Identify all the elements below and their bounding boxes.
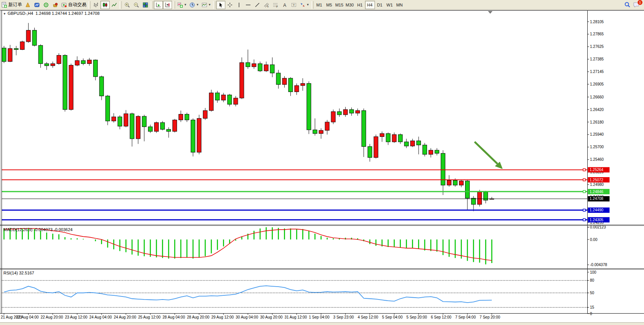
text-button[interactable]: A bbox=[280, 1, 289, 9]
market-watch-button[interactable] bbox=[23, 1, 32, 9]
vline-icon bbox=[236, 2, 242, 8]
vertical-line-button[interactable] bbox=[234, 1, 244, 9]
resistance-1-handle[interactable] bbox=[583, 169, 585, 171]
price-tick-label: 1.26420 bbox=[590, 108, 604, 112]
candle bbox=[295, 86, 299, 92]
toolbar-separator bbox=[173, 1, 175, 9]
support-blue-2-price-tag-label: 1.24305 bbox=[590, 218, 604, 222]
horizontal-line-button[interactable] bbox=[244, 1, 253, 9]
time-tick-label: 22 Aug 20:00 bbox=[41, 315, 63, 319]
chevron-down-icon[interactable]: ▼ bbox=[196, 3, 199, 6]
candle bbox=[240, 63, 244, 98]
cursor-button[interactable] bbox=[216, 1, 225, 9]
candle bbox=[404, 142, 408, 146]
chart-dropdown-icon[interactable]: ▼ bbox=[3, 12, 6, 16]
indicators-icon bbox=[177, 2, 183, 8]
timeframe-button-tf-w1[interactable]: W1 bbox=[385, 1, 395, 9]
time-tick-label: 29 Aug 12:00 bbox=[211, 315, 234, 319]
candle bbox=[14, 49, 18, 50]
candle bbox=[112, 117, 116, 121]
candle bbox=[81, 60, 85, 63]
timeframe-button-tf-m5[interactable]: M5 bbox=[324, 1, 334, 9]
candle bbox=[197, 118, 201, 152]
time-tick-label: 7 Sep 04:00 bbox=[455, 315, 476, 319]
notifications-button[interactable]: 1 bbox=[632, 1, 641, 9]
chart-window[interactable]: 1.281051.278651.276251.273851.271451.269… bbox=[0, 10, 644, 325]
price-tick-label: 1.28105 bbox=[590, 20, 604, 24]
periods-button[interactable]: ▼ bbox=[188, 1, 200, 9]
toolbar-separator bbox=[311, 1, 314, 9]
candle bbox=[20, 42, 24, 50]
data-window-icon bbox=[34, 2, 40, 8]
support-blue-1-handle[interactable] bbox=[583, 209, 585, 211]
new-order-button[interactable]: 新订单 bbox=[0, 1, 23, 9]
timeframe-button-tf-d1[interactable]: D1 bbox=[375, 1, 385, 9]
search-button[interactable] bbox=[623, 1, 632, 9]
equidistant-channel-button[interactable]: E bbox=[262, 1, 271, 9]
text-label-button[interactable]: T bbox=[289, 1, 298, 9]
new-order-icon bbox=[1, 2, 7, 8]
bar-chart-button[interactable] bbox=[91, 1, 100, 9]
timeframe-button-tf-m1[interactable]: M1 bbox=[314, 1, 324, 9]
terminal-icon bbox=[52, 2, 58, 8]
crosshair-button[interactable] bbox=[225, 1, 234, 9]
macd-axis-label: 0.00 bbox=[590, 238, 598, 242]
candle bbox=[362, 111, 366, 147]
terminal-button[interactable] bbox=[51, 1, 60, 9]
toolbar-group-timeframes: M1M5M15M30H1H4D1W1MN bbox=[314, 0, 405, 10]
autotrading-button[interactable]: 自动交易 bbox=[60, 1, 88, 9]
line-chart-button[interactable] bbox=[110, 1, 119, 9]
tile-windows-icon bbox=[142, 2, 148, 8]
arrows-button[interactable]: ▼ bbox=[298, 1, 311, 9]
candle bbox=[289, 78, 293, 92]
candle bbox=[307, 84, 311, 130]
zoom-in-button[interactable] bbox=[123, 1, 132, 9]
candle bbox=[93, 60, 97, 77]
timeframe-button-tf-h4[interactable]: H4 bbox=[365, 1, 375, 9]
resistance-2-price-tag-label: 1.25072 bbox=[590, 178, 604, 182]
time-tick-label: 22 Aug 04:00 bbox=[16, 315, 39, 319]
candle bbox=[118, 117, 122, 126]
zoom-out-button[interactable] bbox=[132, 1, 141, 9]
timeframe-button-tf-h1[interactable]: H1 bbox=[355, 1, 365, 9]
chevron-down-icon[interactable]: ▼ bbox=[208, 3, 211, 6]
candle bbox=[57, 55, 61, 63]
candle bbox=[185, 114, 189, 120]
current-price-line-price-tag-label: 1.24708 bbox=[590, 197, 604, 201]
navigator-button[interactable] bbox=[41, 1, 51, 9]
auto-scroll-icon bbox=[155, 2, 161, 8]
price-tick-label: 1.24980 bbox=[590, 182, 604, 187]
tile-windows-button[interactable] bbox=[141, 1, 150, 9]
templates-button[interactable]: ▼ bbox=[200, 1, 212, 9]
timeframe-button-tf-mn[interactable]: MN bbox=[395, 1, 405, 9]
candle bbox=[161, 122, 165, 129]
timeframe-button-tf-m30[interactable]: M30 bbox=[344, 1, 355, 9]
candle bbox=[105, 96, 110, 121]
chevron-down-icon[interactable]: ▼ bbox=[306, 3, 309, 6]
support-green-handle[interactable] bbox=[583, 190, 585, 193]
autotrading-label: 自动交易 bbox=[68, 2, 86, 8]
candle bbox=[282, 78, 287, 84]
trendline-button[interactable] bbox=[253, 1, 262, 9]
candle bbox=[2, 48, 6, 62]
rsi-indicator-label: RSI(14) 32.5167 bbox=[3, 271, 34, 275]
candle bbox=[301, 84, 305, 86]
data-window-button[interactable] bbox=[32, 1, 41, 9]
time-tick-label: 30 Aug 20:00 bbox=[260, 315, 282, 319]
resistance-2-handle[interactable] bbox=[583, 179, 585, 181]
rsi-axis-label: 100 bbox=[590, 270, 596, 274]
chart-canvas[interactable]: 1.281051.278651.276251.273851.271451.269… bbox=[0, 10, 644, 325]
chevron-down-icon[interactable]: ▼ bbox=[184, 3, 187, 6]
fibonacci-button[interactable]: F bbox=[271, 1, 280, 9]
chart-shift-button[interactable] bbox=[163, 1, 172, 9]
candlestick-chart-button[interactable] bbox=[100, 1, 110, 9]
time-tick-label: 23 Aug 12:00 bbox=[65, 315, 88, 319]
timeframe-button-tf-m15[interactable]: M15 bbox=[334, 1, 344, 9]
auto-scroll-button[interactable] bbox=[154, 1, 163, 9]
time-tick-label: 25 Aug 12:00 bbox=[138, 315, 161, 319]
price-tick-label: 1.27625 bbox=[590, 44, 604, 49]
autotrading-icon bbox=[61, 2, 67, 8]
support-blue-2-handle[interactable] bbox=[583, 219, 585, 221]
indicators-button[interactable]: ▼ bbox=[176, 1, 188, 9]
candle bbox=[435, 150, 439, 153]
